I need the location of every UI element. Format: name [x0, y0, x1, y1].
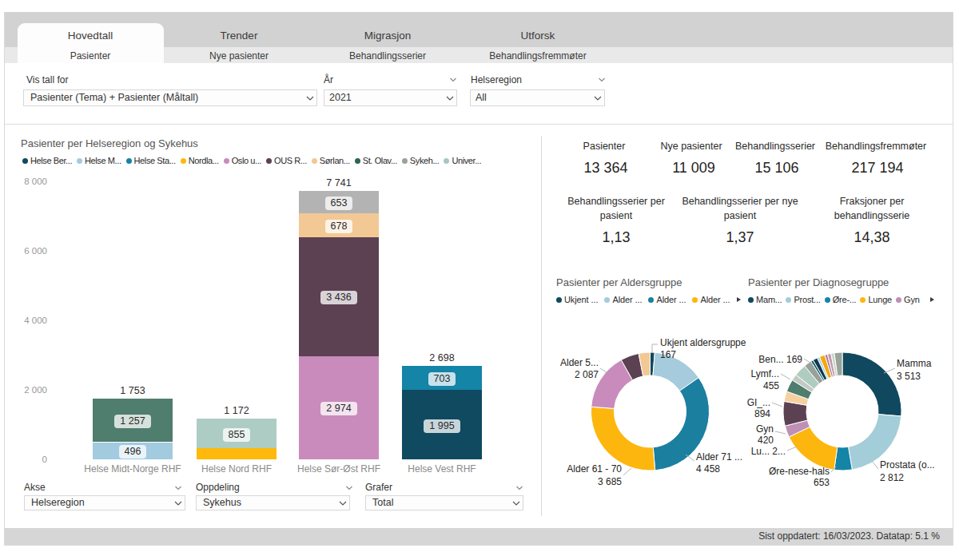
svg-text:Alder 5...: Alder 5...: [560, 357, 599, 368]
svg-text:Lymf...: Lymf...: [750, 368, 779, 379]
svg-text:Mamma: Mamma: [897, 358, 932, 369]
svg-text:3 685: 3 685: [598, 476, 622, 487]
svg-text:Øre-nese-hals: Øre-nese-hals: [769, 466, 830, 477]
svg-text:Gyn: Gyn: [756, 423, 774, 435]
svg-text:Alder 61 - 70: Alder 61 - 70: [567, 463, 622, 475]
svg-text:Lu... 2...: Lu... 2...: [751, 446, 786, 457]
svg-text:167: 167: [660, 349, 676, 360]
svg-text:420: 420: [758, 435, 774, 446]
svg-text:Ukjent aldersgruppe: Ukjent aldersgruppe: [660, 337, 746, 348]
svg-text:Prostata (o...: Prostata (o...: [880, 459, 935, 471]
svg-text:Ben... 169: Ben... 169: [758, 354, 802, 365]
svg-text:653: 653: [814, 477, 830, 488]
svg-text:455: 455: [763, 380, 779, 391]
svg-text:4 458: 4 458: [696, 463, 720, 475]
svg-text:Alder 71 ...: Alder 71 ...: [696, 451, 742, 463]
svg-text:894: 894: [754, 408, 770, 419]
svg-text:3 513: 3 513: [897, 371, 921, 382]
svg-text:GI_...: GI_...: [747, 397, 770, 408]
svg-text:2 812: 2 812: [880, 472, 904, 483]
svg-text:2 087: 2 087: [575, 369, 599, 380]
